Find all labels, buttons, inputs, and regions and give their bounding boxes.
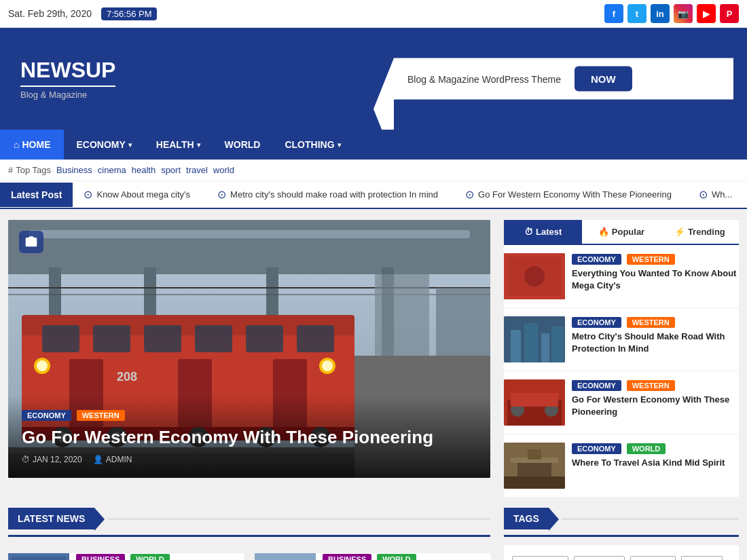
article-title[interactable]: Go For Western Economy With These Pionee… [572, 394, 739, 418]
nav-economy[interactable]: ECONOMY ▾ [64, 130, 143, 160]
svg-point-43 [524, 266, 545, 286]
svg-rect-48 [551, 326, 564, 362]
site-logo: NEWSUP Blog & Magazine [0, 44, 136, 113]
tag-btn-business[interactable]: Business [512, 556, 568, 560]
header-banner: NEWSUP Blog & Magazine Blog & Magazine W… [0, 28, 747, 130]
nav-health-label: HEALTH [156, 139, 194, 150]
article-info: ECONOMY WESTERN Everything You Wanted To… [572, 253, 739, 299]
ticker-dot-icon: ⊙ [217, 188, 226, 201]
badge-economy: ECONOMY [572, 380, 621, 391]
clock-icon: ⏱ [524, 227, 533, 237]
twitter-icon[interactable]: t [627, 4, 646, 23]
ticker-label: Latest Post [0, 183, 73, 207]
clock-icon: ⏱ [22, 455, 30, 464]
tag-cinema[interactable]: cinema [98, 165, 126, 175]
svg-rect-45 [511, 330, 521, 362]
ticker-text-1: Know About mega city's [96, 189, 190, 200]
user-icon: 👤 [93, 455, 103, 464]
news-thumbnail [255, 553, 316, 560]
article-info: ECONOMY WORLD Where To Travel Asia Kind … [572, 443, 739, 489]
svg-point-23 [322, 360, 333, 371]
ticker-item: ⊙ Know About mega city's [84, 188, 190, 201]
hash-icon: # [8, 165, 13, 175]
tag-sport[interactable]: sport [161, 165, 181, 175]
nav-health[interactable]: HEALTH ▾ [144, 130, 213, 160]
featured-overlay: ECONOMY WESTERN Go For Western Economy W… [8, 396, 490, 478]
svg-rect-2 [29, 230, 470, 238]
svg-rect-16 [297, 325, 334, 352]
tags-cloud-container: Business Cinema Health Sport Travel Worl… [504, 545, 739, 560]
nav-clothing[interactable]: CLOTHING ▾ [272, 130, 352, 160]
tag-btn-health[interactable]: Health [630, 556, 676, 560]
tags-section: TAGS Business Cinema Health Sport Travel… [504, 508, 739, 560]
svg-rect-1 [8, 220, 490, 274]
badge-western: WESTERN [77, 410, 125, 421]
tab-trending[interactable]: ⚡ Trending [661, 220, 739, 244]
news-card-info: BUSINESS WORLD Cargo Industry Welcome Fo… [76, 553, 244, 560]
article-title[interactable]: Where To Travel Asia Kind Mid Spirit [572, 457, 739, 469]
svg-rect-57 [528, 449, 541, 460]
tag-business[interactable]: Business [56, 165, 92, 175]
ticker-content: ⊙ Know About mega city's ⊙ Metro city's … [73, 181, 743, 208]
badge-economy: ECONOMY [572, 254, 621, 265]
ad-text: Blog & Magazine WordPress Theme [407, 73, 561, 84]
badge-world: WORLD [377, 554, 416, 560]
right-column: ⏱ Latest 🔥 Popular ⚡ Trending [504, 220, 739, 497]
article-thumbnail [504, 379, 565, 426]
instagram-icon[interactable]: 📷 [674, 4, 693, 23]
ticker-dot-icon: ⊙ [84, 188, 92, 201]
chevron-down-icon: ▾ [128, 141, 132, 149]
linkedin-icon[interactable]: in [651, 4, 670, 23]
nav-world[interactable]: WORLD [213, 130, 273, 160]
svg-rect-11 [42, 325, 79, 352]
sidebar-article-list: ECONOMY WESTERN Everything You Wanted To… [504, 245, 739, 497]
article-title[interactable]: Metro City's Should Make Road With Prote… [572, 331, 739, 355]
list-item: ECONOMY WESTERN Go For Western Economy W… [504, 371, 739, 434]
lightning-icon: ⚡ [674, 227, 685, 237]
news-thumbnail [8, 553, 69, 560]
tag-btn-sport[interactable]: Sport [681, 556, 723, 560]
article-title[interactable]: Everything You Wanted To Know About Mega… [572, 267, 739, 292]
badge-world: WORLD [627, 443, 666, 454]
news-card: BUSINESS WORLD But Who Has Any Right To … [255, 553, 490, 560]
svg-rect-58 [504, 477, 565, 489]
badge-western: WESTERN [627, 254, 675, 265]
svg-rect-13 [144, 325, 181, 352]
badge-world: WORLD [130, 554, 170, 560]
badge-economy: ECONOMY [572, 317, 621, 328]
svg-rect-39 [375, 274, 429, 356]
tab-latest[interactable]: ⏱ Latest [504, 220, 582, 244]
svg-rect-40 [436, 288, 490, 356]
tab-popular[interactable]: 🔥 Popular [582, 220, 660, 244]
featured-author: ADMIN [106, 455, 132, 464]
tag-travel[interactable]: travel [186, 165, 208, 175]
chevron-down-icon: ▾ [338, 141, 341, 149]
article-thumbnail [504, 443, 565, 489]
nav-home[interactable]: ⌂ HOME [0, 130, 64, 160]
tag-health[interactable]: health [132, 165, 156, 175]
latest-news-section: LATEST NEWS [8, 508, 490, 560]
svg-rect-46 [524, 323, 538, 362]
nav-clothing-label: CLOTHING [285, 139, 334, 150]
ticker-item: ⊙ Metro city's should make road with pro… [217, 188, 438, 201]
date-display: Sat. Feb 29th, 2020 [8, 8, 92, 19]
bottom-grid: LATEST NEWS [8, 508, 739, 560]
header-ad-banner: Blog & Magazine WordPress Theme NOW [394, 58, 733, 100]
ad-now-button[interactable]: NOW [575, 67, 632, 92]
youtube-icon[interactable]: ▶ [697, 4, 716, 23]
top-bar: Sat. Feb 29th, 2020 7:56:56 PM f t in 📷 … [0, 0, 747, 28]
ticker-item: ⊙ Wh... [699, 188, 732, 201]
featured-badges: ECONOMY WESTERN [22, 409, 477, 421]
featured-title[interactable]: Go For Western Economy With These Pionee… [22, 426, 477, 449]
tag-world[interactable]: world [213, 165, 234, 175]
facebook-icon[interactable]: f [604, 4, 623, 23]
svg-rect-14 [195, 325, 232, 352]
site-tagline: Blog & Magazine [20, 90, 115, 100]
tag-btn-cinema[interactable]: Cinema [574, 556, 625, 560]
nav-economy-label: ECONOMY [76, 139, 125, 150]
pinterest-icon[interactable]: P [720, 4, 739, 23]
ticker-text-2: Metro city's should make road with prote… [230, 189, 438, 200]
nav-home-label: HOME [22, 139, 50, 150]
tab-trending-label: Trending [688, 227, 725, 237]
article-info: ECONOMY WESTERN Metro City's Should Make… [572, 316, 739, 362]
